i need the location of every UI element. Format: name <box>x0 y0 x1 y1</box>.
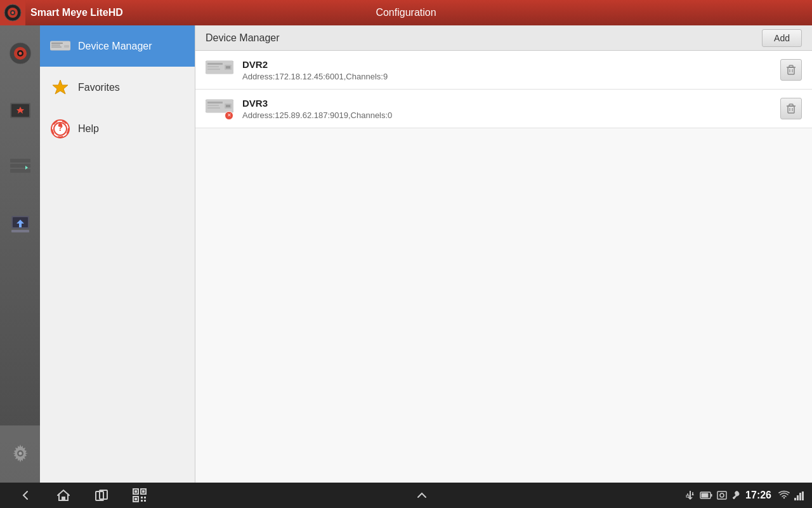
sidebar-item-help[interactable]: ? Help <box>40 108 195 149</box>
svg-rect-37 <box>207 63 223 65</box>
svg-marker-75 <box>691 493 694 495</box>
svg-rect-77 <box>702 493 709 498</box>
svg-rect-24 <box>51 43 63 44</box>
svg-point-80 <box>720 493 724 497</box>
recent-icon <box>94 488 109 503</box>
bottom-right-status: 17:26 <box>684 490 806 501</box>
signal-icon <box>794 490 806 500</box>
dvr3-delete-button[interactable] <box>780 98 802 119</box>
svg-marker-28 <box>53 80 68 94</box>
main-layout: Device Manager Favorites ? <box>0 25 812 483</box>
dvr2-icon-wrapper <box>206 58 233 81</box>
help-icon: ? <box>50 119 70 139</box>
title-bar: Smart Meye LiteHD Configuration <box>0 0 812 25</box>
svg-rect-59 <box>62 497 65 500</box>
sidebar-item-favorites[interactable]: Favorites <box>40 67 195 108</box>
app-title: Smart Meye LiteHD <box>25 7 123 18</box>
svg-rect-44 <box>789 65 793 67</box>
svg-rect-84 <box>802 491 804 500</box>
svg-rect-68 <box>141 497 143 498</box>
dvr2-name: DVR2 <box>242 59 780 70</box>
icon-bar-camera[interactable] <box>0 25 40 83</box>
svg-rect-53 <box>226 105 230 107</box>
svg-rect-66 <box>142 490 145 493</box>
bottom-bar: 17:26 <box>0 483 812 508</box>
svg-rect-26 <box>51 46 62 48</box>
dvr3-name: DVR3 <box>242 98 780 109</box>
up-icon <box>414 488 429 503</box>
dvr2-info: DVR2 Address:172.18.12.45:6001,Channels:… <box>242 59 780 81</box>
svg-rect-70 <box>141 500 143 502</box>
svg-rect-81 <box>794 498 796 500</box>
svg-rect-69 <box>144 497 146 498</box>
favorites-icon <box>50 77 70 98</box>
dvr3-address: Address:125.89.62.187:9019,Channels:0 <box>242 110 780 120</box>
screenshot-icon <box>716 490 728 501</box>
icon-bar-download[interactable] <box>0 197 40 254</box>
up-button[interactable] <box>403 484 441 507</box>
trash-icon <box>785 103 797 114</box>
svg-rect-18 <box>11 230 29 232</box>
svg-point-3 <box>11 11 14 14</box>
svg-rect-41 <box>226 66 230 69</box>
sidebar-item-help-label: Help <box>78 123 99 135</box>
content-title: Device Manager <box>206 32 280 44</box>
svg-rect-79 <box>717 491 726 499</box>
dvr3-icon-wrapper <box>206 97 233 120</box>
sidebar-item-device-manager-label: Device Manager <box>78 41 152 52</box>
qr-button[interactable] <box>121 484 159 507</box>
sidebar-item-device-manager[interactable]: Device Manager <box>40 25 195 67</box>
icon-bar-live[interactable] <box>0 83 40 140</box>
svg-rect-56 <box>789 104 793 106</box>
device-item-dvr3[interactable]: DVR3 Address:125.89.62.187:9019,Channels… <box>195 90 812 128</box>
svg-rect-65 <box>134 490 137 493</box>
svg-rect-82 <box>797 495 799 500</box>
bottom-center <box>159 484 684 507</box>
svg-rect-67 <box>134 498 137 500</box>
dvr2-delete-button[interactable] <box>780 59 802 81</box>
icon-bar-settings[interactable] <box>0 425 40 483</box>
back-icon <box>18 488 33 503</box>
svg-rect-71 <box>144 500 146 502</box>
icon-bar-playback[interactable] <box>0 140 40 197</box>
svg-rect-83 <box>799 493 801 500</box>
svg-rect-74 <box>686 495 689 497</box>
svg-point-7 <box>18 52 22 55</box>
dvr3-info: DVR3 Address:125.89.62.187:9019,Channels… <box>242 98 780 120</box>
battery-icon <box>700 490 712 500</box>
svg-rect-12 <box>10 164 30 168</box>
add-button[interactable]: Add <box>762 29 802 47</box>
device-list: DVR2 Address:172.18.12.45:6001,Channels:… <box>195 51 812 128</box>
svg-rect-50 <box>207 105 219 106</box>
svg-rect-13 <box>10 169 30 173</box>
svg-rect-11 <box>10 159 30 163</box>
svg-rect-38 <box>207 66 219 67</box>
back-button[interactable] <box>6 484 44 507</box>
app-logo <box>0 0 25 25</box>
trash-icon <box>785 64 797 76</box>
home-icon <box>56 488 71 503</box>
wifi-icon <box>778 490 790 500</box>
device-manager-icon <box>50 36 70 57</box>
sidebar-item-favorites-label: Favorites <box>78 82 120 93</box>
home-button[interactable] <box>44 484 82 507</box>
svg-rect-39 <box>207 69 220 70</box>
sidebar: Device Manager Favorites ? <box>40 25 195 483</box>
svg-rect-51 <box>207 107 220 109</box>
qr-icon <box>132 488 147 503</box>
svg-rect-27 <box>64 45 69 48</box>
svg-rect-49 <box>207 102 223 104</box>
svg-rect-54 <box>788 106 794 113</box>
svg-rect-78 <box>711 494 712 497</box>
icon-bar <box>0 25 40 483</box>
window-title: Configuration <box>376 7 436 18</box>
svg-rect-25 <box>51 44 60 46</box>
svg-point-21 <box>18 452 22 455</box>
content-header: Device Manager Add <box>195 25 812 51</box>
dvr2-address: Address:172.18.12.45:6001,Channels:9 <box>242 72 780 81</box>
dvr3-error-badge <box>225 111 233 120</box>
recent-apps-button[interactable] <box>82 484 121 507</box>
time-display: 17:26 <box>745 490 771 501</box>
wrench-icon <box>731 490 742 500</box>
device-item-dvr2[interactable]: DVR2 Address:172.18.12.45:6001,Channels:… <box>195 51 812 90</box>
